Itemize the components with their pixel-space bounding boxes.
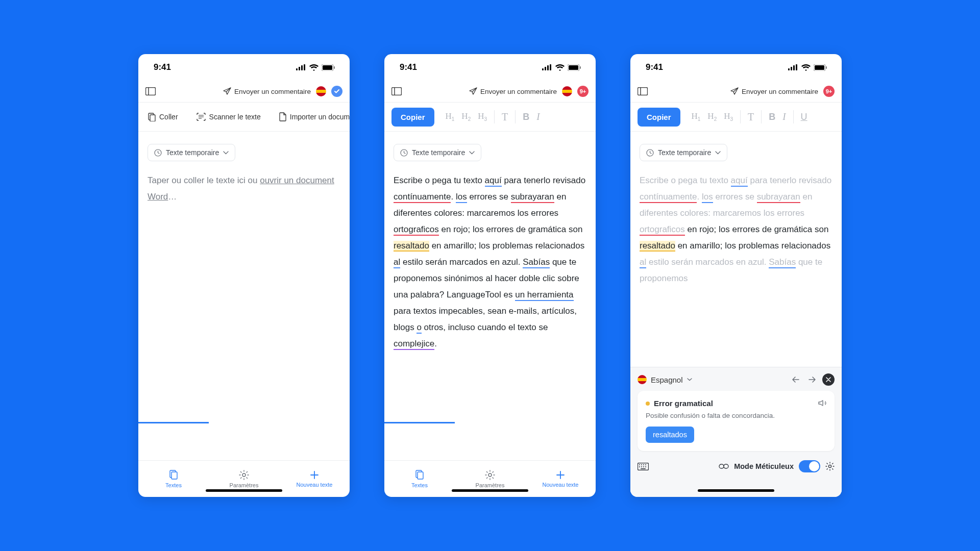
error-description: Posible confusión o falta de concordanci… (646, 412, 826, 419)
svg-rect-0 (296, 68, 298, 70)
error-ortograficos[interactable]: ortograficos (394, 224, 439, 236)
sidebar-icon[interactable] (391, 87, 402, 95)
status-icons (788, 64, 827, 71)
copy-button[interactable]: Copier (638, 108, 680, 127)
svg-rect-44 (638, 88, 648, 95)
svg-point-52 (645, 464, 646, 465)
nav-new-text[interactable]: Nouveau texte (525, 461, 596, 497)
editor-text-dimmed[interactable]: Escribe o pega tu texto aquí para tenerl… (640, 172, 832, 287)
scan-button[interactable]: Scanner le texte (194, 110, 263, 124)
error-sabias[interactable]: Sabías (523, 257, 550, 268)
panel-language[interactable]: Espagnol (651, 375, 683, 384)
copy-button[interactable]: Copier (391, 108, 434, 127)
feedback-label: Envoyer un commentaire (480, 88, 557, 95)
bold-button[interactable]: B (523, 112, 529, 122)
error-count-badge[interactable]: 9+ (577, 86, 589, 97)
svg-rect-5 (323, 65, 332, 70)
import-button[interactable]: Importer un document (277, 109, 350, 124)
gear-icon[interactable] (825, 462, 835, 471)
next-error-button[interactable] (806, 373, 818, 386)
svg-rect-23 (547, 65, 549, 70)
error-complejice[interactable]: complejice (394, 339, 434, 350)
correction-panel: Espagnol Error gramatical Posible confus… (630, 367, 842, 497)
feedback-link[interactable]: Envoyer un commentaire (223, 87, 311, 95)
error-continuamente[interactable]: contínuamente (394, 192, 451, 203)
svg-point-58 (828, 465, 831, 467)
svg-point-51 (643, 464, 644, 465)
megaphone-icon[interactable] (818, 399, 826, 407)
svg-line-46 (733, 88, 738, 92)
suggestion-button[interactable]: resaltados (646, 427, 694, 443)
status-icons (542, 64, 581, 71)
status-bar: 9:41 (384, 54, 596, 81)
svg-rect-7 (146, 88, 156, 95)
sidebar-icon[interactable] (638, 87, 648, 95)
picky-mode-toggle[interactable] (799, 460, 820, 472)
heading3-button[interactable]: H3 (724, 111, 733, 122)
editor-placeholder[interactable]: Taper ou coller le texte ici ou ouvrir u… (148, 172, 340, 205)
error-resaltado[interactable]: resaltado (394, 241, 429, 252)
svg-rect-3 (304, 64, 305, 70)
error-los[interactable]: los (456, 192, 467, 203)
chevron-down-icon[interactable] (687, 378, 692, 381)
sidebar-icon[interactable] (145, 87, 156, 95)
editor-area[interactable]: Texte temporaire Taper ou coller le text… (138, 132, 350, 460)
nav-texts[interactable]: Textes (384, 461, 455, 497)
error-count-badge[interactable]: 9+ (823, 86, 835, 97)
heading1-button[interactable]: H1 (692, 111, 701, 122)
prev-error-button[interactable] (790, 373, 802, 386)
feedback-link[interactable]: Envoyer un commentaire (730, 87, 818, 95)
close-panel-button[interactable] (822, 373, 835, 386)
clock-icon (646, 149, 654, 157)
heading3-button[interactable]: H3 (478, 111, 487, 122)
document-title-chip[interactable]: Texte temporaire (640, 144, 727, 161)
italic-button[interactable]: I (782, 111, 786, 122)
svg-point-49 (639, 464, 640, 465)
documents-icon (415, 470, 424, 480)
editor-area[interactable]: Texte temporaire Escribe o pega tu texto… (384, 132, 596, 460)
battery-icon (814, 64, 827, 71)
feedback-link[interactable]: Envoyer un commentaire (469, 87, 557, 95)
error-aqui[interactable]: aquí (485, 176, 502, 187)
text-style-button[interactable]: T (748, 111, 754, 123)
error-subrayaran[interactable]: subrayaran (511, 192, 554, 203)
document-icon (279, 112, 286, 121)
language-flag-icon[interactable] (562, 86, 572, 96)
svg-rect-27 (580, 66, 581, 69)
home-indicator (698, 489, 774, 492)
italic-button[interactable]: I (536, 111, 540, 122)
svg-rect-39 (793, 65, 795, 70)
error-o[interactable]: o (416, 322, 421, 334)
status-check-badge[interactable] (331, 86, 342, 97)
status-time: 9:41 (400, 62, 417, 72)
nav-new-text[interactable]: Nouveau texte (279, 461, 350, 497)
language-flag-icon[interactable] (316, 86, 326, 96)
format-toolbar: Copier H1 H2 H3 T B I (384, 102, 596, 132)
svg-point-54 (641, 466, 642, 467)
paste-button[interactable]: Coller (145, 109, 180, 124)
underline-button[interactable]: U (801, 112, 807, 122)
document-title-chip[interactable]: Texte temporaire (394, 144, 481, 161)
heading2-button[interactable]: H2 (707, 111, 717, 122)
bold-button[interactable]: B (769, 112, 775, 122)
signal-icon (542, 64, 552, 70)
svg-point-55 (643, 466, 644, 467)
error-card: Error gramatical Posible confusión o fal… (638, 391, 835, 451)
text-style-button[interactable]: T (502, 111, 508, 123)
send-icon (730, 87, 739, 95)
paste-icon (148, 112, 156, 121)
editor-text[interactable]: Escribe o pega tu texto aquí para tenerl… (394, 172, 586, 352)
gear-icon (239, 470, 249, 480)
clock-icon (154, 149, 162, 157)
heading1-button[interactable]: H1 (446, 111, 455, 122)
heading2-button[interactable]: H2 (461, 111, 471, 122)
status-icons (296, 64, 335, 71)
nav-texts[interactable]: Textes (138, 461, 209, 497)
error-herramienta[interactable]: un herramienta (515, 290, 573, 301)
keyboard-icon[interactable] (638, 463, 649, 470)
error-resaltado-selected[interactable]: resaltado (640, 241, 675, 252)
error-al[interactable]: al (394, 257, 400, 268)
feedback-label: Envoyer un commentaire (234, 88, 311, 95)
wifi-icon (801, 64, 811, 71)
document-title-chip[interactable]: Texte temporaire (148, 144, 235, 161)
